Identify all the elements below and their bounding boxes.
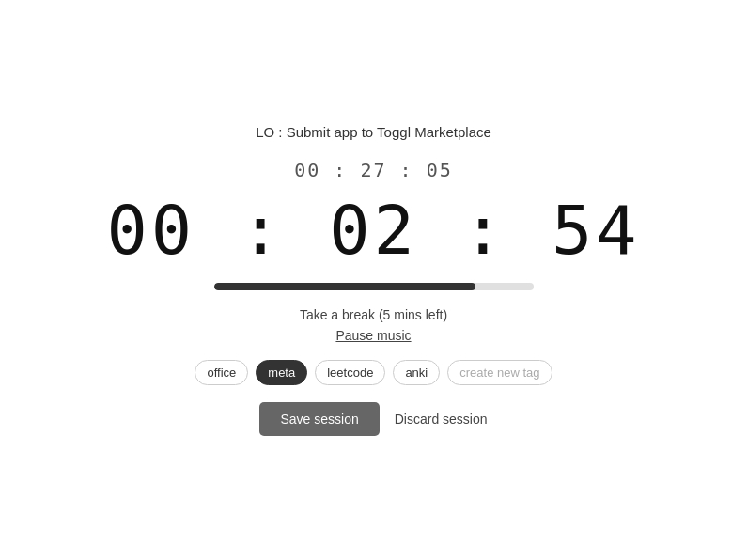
discard-session-button[interactable]: Discard session [395,412,488,427]
progress-bar-container [214,283,534,290]
break-message: Take a break (5 mins left) [300,307,447,322]
task-title: LO : Submit app to Toggl Marketplace [256,124,491,140]
save-session-button[interactable]: Save session [259,402,379,436]
pause-music-button[interactable]: Pause music [335,328,411,343]
tags-container: office meta leetcode anki create new tag [195,360,552,385]
tag-meta[interactable]: meta [256,360,307,385]
main-container: LO : Submit app to Toggl Marketplace 00 … [92,124,656,436]
progress-bar-fill [214,283,476,290]
tag-leetcode[interactable]: leetcode [315,360,385,385]
actions-container: Save session Discard session [259,402,487,436]
primary-timer: 00 : 02 : 54 [106,191,640,270]
secondary-timer: 00 : 27 : 05 [294,159,453,181]
tag-office[interactable]: office [195,360,248,385]
create-new-tag[interactable]: create new tag [447,360,552,385]
tag-anki[interactable]: anki [393,360,440,385]
